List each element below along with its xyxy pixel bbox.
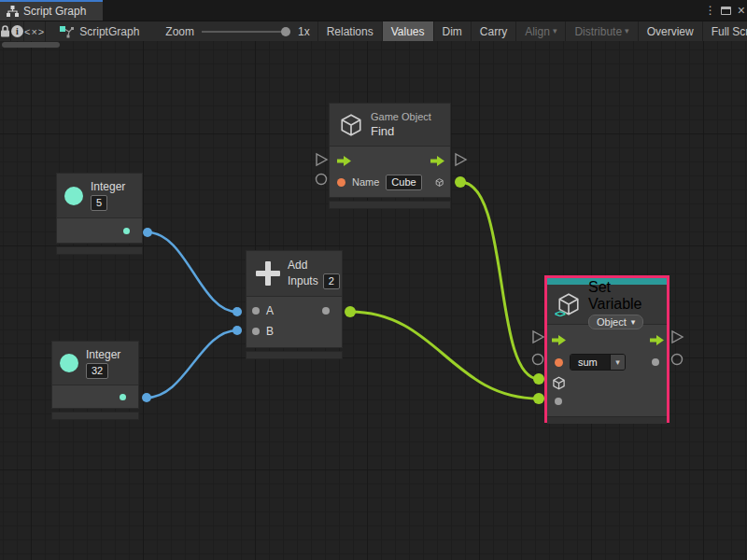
graph-hierarchy-icon: [7, 6, 19, 17]
port-b-label: B: [266, 325, 274, 338]
set-variable-icon: <>: [557, 292, 581, 316]
node-footer: [547, 416, 667, 424]
zoom-label: Zoom: [165, 25, 194, 38]
ghost-flow-out-port[interactable]: [456, 154, 466, 165]
tab-script-graph[interactable]: Script Graph: [0, 0, 103, 21]
game-object-cube-icon: [339, 113, 363, 137]
node-gameobject-find[interactable]: Game Object Find Name Cube: [329, 103, 451, 209]
toolbar-button-fullscreen[interactable]: Full Screen: [702, 21, 747, 41]
window-menu-icon[interactable]: ⋮: [705, 4, 714, 17]
flow-out-arrow-icon[interactable]: [430, 156, 444, 166]
variable-name-port[interactable]: [555, 358, 563, 367]
edge-endpoint[interactable]: [233, 326, 242, 335]
node-set-variable[interactable]: <> Set Variable Object ▾: [544, 275, 669, 423]
integer-value-field[interactable]: 32: [86, 363, 108, 379]
button-label: Distribute: [574, 25, 622, 38]
ghost-value-port[interactable]: [533, 355, 543, 365]
zoom-value: 1x: [298, 25, 310, 38]
name-value-field[interactable]: Cube: [386, 175, 421, 190]
port-a-label: A: [266, 304, 274, 317]
ghost-flow-out-port[interactable]: [672, 331, 683, 343]
edge-find-to-setvar-object[interactable]: [460, 182, 539, 379]
lock-button[interactable]: [0, 21, 11, 41]
button-label: Carry: [480, 25, 507, 38]
breadcrumb-label: ScriptGraph: [79, 25, 139, 38]
caret-down-icon: ▾: [553, 27, 557, 35]
add-icon: [256, 261, 280, 286]
edge-add-to-setvar-value[interactable]: [350, 312, 539, 399]
button-label: Align: [525, 25, 550, 38]
edge-endpoint[interactable]: [143, 228, 152, 237]
script-graph-icon: [59, 25, 74, 38]
kind-label: Object: [597, 316, 627, 328]
button-label: Dim: [443, 25, 462, 38]
value-input-port[interactable]: [555, 398, 562, 405]
input-a-port[interactable]: [252, 307, 260, 315]
gameobject-output-port-icon[interactable]: [435, 175, 444, 189]
node-integer-1[interactable]: Integer 5: [56, 173, 143, 255]
edge-endpoint[interactable]: [533, 373, 544, 385]
edge-endpoint[interactable]: [142, 393, 151, 402]
caret-down-icon: ▾: [625, 27, 629, 35]
inputs-count-field[interactable]: 2: [323, 273, 340, 289]
flow-in-arrow-icon[interactable]: [552, 335, 566, 345]
node-integer-2[interactable]: Integer 32: [51, 341, 139, 420]
info-icon: i: [11, 25, 23, 37]
graph-toolbar: i <×> ScriptGraph Zoom 1x Relations Valu…: [0, 21, 747, 41]
object-input-port-icon[interactable]: [552, 376, 566, 390]
toolbar-button-overview[interactable]: Overview: [638, 21, 702, 41]
graph-canvas[interactable]: Integer 5 Integer 32: [0, 41, 747, 560]
integer-output-port[interactable]: [123, 228, 130, 234]
input-b-port[interactable]: [252, 328, 260, 335]
integer-type-icon: [64, 187, 83, 205]
flow-in-arrow-icon[interactable]: [337, 156, 351, 166]
toolbar-button-carry[interactable]: Carry: [471, 21, 515, 41]
edge-endpoint[interactable]: [233, 307, 242, 316]
zoom-slider[interactable]: [202, 27, 290, 36]
node-footer: [51, 412, 139, 420]
breadcrumb[interactable]: ScriptGraph: [46, 21, 148, 41]
node-title: Integer: [91, 180, 125, 193]
integer-value-field[interactable]: 5: [91, 195, 107, 211]
toolbar-button-align[interactable]: Align ▾: [515, 21, 565, 41]
variable-angle-icon: <>: [555, 308, 565, 319]
inspect-button[interactable]: i: [11, 21, 24, 41]
edge-integer5-to-addA[interactable]: [148, 232, 237, 312]
button-label: Relations: [327, 25, 374, 38]
edge-integer32-to-addB[interactable]: [147, 330, 237, 398]
node-category: Game Object: [371, 111, 431, 122]
name-input-port[interactable]: [337, 178, 345, 187]
integer-output-port[interactable]: [120, 394, 126, 400]
sum-output-port[interactable]: [322, 307, 330, 315]
toolbar-button-values[interactable]: Values: [382, 21, 433, 41]
variable-name: sum: [571, 355, 610, 370]
edge-endpoint[interactable]: [345, 306, 356, 317]
node-title: Set Variable: [588, 279, 657, 313]
flow-out-arrow-icon[interactable]: [650, 335, 664, 345]
variable-select[interactable]: sum ▾: [570, 354, 626, 371]
integer-type-icon: [60, 354, 78, 372]
ghost-value-port[interactable]: [672, 355, 683, 365]
node-title: Integer: [86, 348, 120, 361]
variable-kind-dropdown[interactable]: Object ▾: [588, 315, 643, 329]
ghost-flow-in-port[interactable]: [317, 154, 327, 165]
edge-endpoint[interactable]: [533, 393, 544, 404]
close-icon[interactable]: ×: [738, 4, 745, 17]
code-preview-button[interactable]: <×>: [24, 21, 46, 41]
toolbar-button-relations[interactable]: Relations: [317, 21, 382, 41]
toolbar-button-dim[interactable]: Dim: [433, 21, 471, 41]
node-footer: [246, 351, 343, 359]
edge-endpoint[interactable]: [455, 176, 466, 188]
caret-down-icon: ▾: [631, 318, 636, 327]
node-add[interactable]: Add Inputs 2 A B: [246, 250, 343, 359]
value-output-port[interactable]: [652, 358, 659, 366]
node-footer: [329, 201, 451, 209]
ghost-value-port[interactable]: [317, 175, 327, 185]
ghost-flow-in-port[interactable]: [533, 331, 543, 343]
maximize-icon[interactable]: [721, 7, 731, 15]
caret-down-icon: ▾: [615, 358, 620, 367]
lock-icon: [0, 25, 10, 37]
toolbar-button-distribute[interactable]: Distribute ▾: [565, 21, 637, 41]
zoom-slider-handle[interactable]: [281, 27, 290, 36]
zoom-slider-track: [202, 31, 290, 33]
